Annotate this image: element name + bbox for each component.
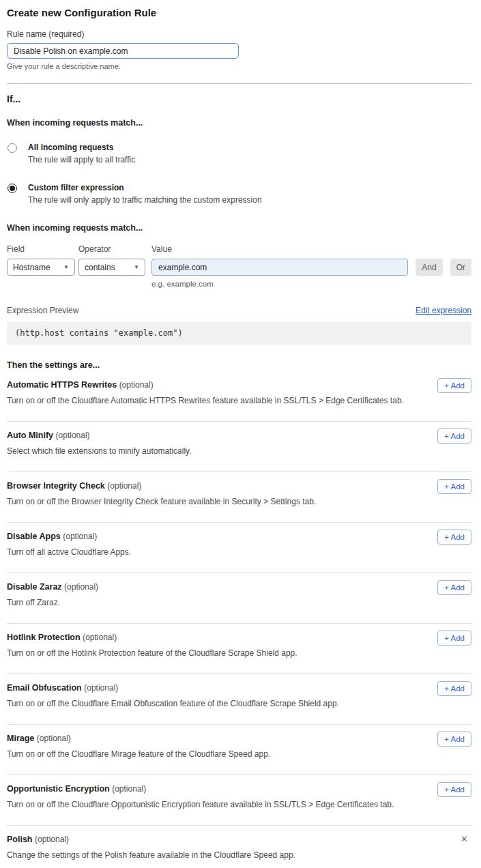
value-label: Value — [151, 244, 471, 254]
setting-name: Mirage — [7, 734, 34, 743]
field-select-value: Hostname — [13, 263, 50, 272]
setting-description: Change the settings of the Polish featur… — [7, 850, 471, 860]
add-button[interactable]: + Add — [437, 631, 471, 646]
setting-optional-tag: (optional) — [119, 380, 154, 390]
setting-row-opportunistic-encryption: Opportunistic Encryption (optional) Turn… — [7, 775, 471, 826]
operator-select[interactable]: contains ▼ — [78, 259, 145, 276]
setting-name: Disable Zaraz — [7, 582, 62, 592]
add-button[interactable]: + Add — [437, 732, 471, 747]
radio-description: The rule will apply to all traffic — [28, 155, 135, 164]
page-title: Create new Configuration Rule — [7, 7, 471, 18]
setting-name: Automatic HTTPS Rewrites — [7, 380, 117, 390]
setting-optional-tag: (optional) — [84, 683, 118, 693]
setting-name: Hotlink Protection — [7, 633, 81, 642]
add-button[interactable]: + Add — [437, 782, 471, 797]
radio-description: The rule will only apply to traffic matc… — [28, 195, 262, 205]
setting-description: Select which file extensions to minify a… — [7, 446, 471, 456]
setting-row-automatic-https-rewrites: Automatic HTTPS Rewrites (optional) Turn… — [7, 371, 471, 422]
add-button[interactable]: + Add — [437, 681, 471, 696]
create-configuration-rule-form: Create new Configuration Rule Rule name … — [0, 0, 481, 868]
close-icon[interactable]: ✕ — [461, 835, 468, 843]
expression-builder-heading: When incoming requests match... — [7, 223, 471, 233]
add-button[interactable]: + Add — [437, 479, 471, 494]
setting-row-disable-zaraz: Disable Zaraz (optional) Turn off Zaraz.… — [7, 573, 471, 624]
add-button[interactable]: + Add — [437, 429, 471, 444]
match-type-radio-group: All incoming requests The rule will appl… — [7, 143, 471, 205]
setting-row-browser-integrity-check: Browser Integrity Check (optional) Turn … — [7, 472, 471, 523]
setting-description: Turn on or off the Cloudflare Opportunis… — [7, 800, 471, 809]
radio-label: All incoming requests — [28, 143, 135, 152]
then-settings-heading: Then the settings are... — [7, 360, 471, 370]
edit-expression-link[interactable]: Edit expression — [416, 306, 471, 315]
setting-optional-tag: (optional) — [107, 481, 141, 491]
field-label: Field — [7, 244, 78, 254]
settings-list: Automatic HTTPS Rewrites (optional) Turn… — [7, 371, 471, 868]
setting-name: Polish — [7, 835, 33, 844]
operator-label: Operator — [78, 244, 151, 254]
setting-row-email-obfuscation: Email Obfuscation (optional) Turn on or … — [7, 674, 471, 725]
setting-description: Turn on or off the Hotlink Protection fe… — [7, 648, 471, 658]
setting-description: Turn on or off the Cloudflare Email Obfu… — [7, 699, 471, 708]
setting-name: Auto Minify — [7, 431, 53, 440]
setting-row-hotlink-protection: Hotlink Protection (optional) Turn on or… — [7, 624, 471, 674]
setting-optional-tag: (optional) — [35, 835, 69, 844]
setting-description: Turn off Zaraz. — [7, 598, 471, 607]
setting-description: Turn on or off the Cloudflare Automatic … — [7, 396, 471, 405]
radio-option-all-requests[interactable]: All incoming requests The rule will appl… — [7, 143, 471, 164]
setting-description: Turn on or off the Cloudflare Mirage fea… — [7, 749, 471, 759]
setting-optional-tag: (optional) — [56, 431, 90, 440]
value-helper: e.g. example.com — [151, 280, 471, 288]
radio-button-unselected[interactable] — [8, 143, 17, 153]
setting-description: Turn on or off the Browser Integrity Che… — [7, 497, 471, 506]
expression-preview-code: (http.host contains "example.com") — [7, 321, 471, 345]
expression-builder: Field Operator Value Hostname ▼ contains… — [7, 244, 471, 288]
section-divider — [7, 83, 471, 84]
value-input[interactable] — [151, 259, 408, 276]
setting-row-disable-apps: Disable Apps (optional) Turn off all act… — [7, 523, 471, 573]
field-select[interactable]: Hostname ▼ — [7, 259, 75, 276]
radio-label: Custom filter expression — [28, 183, 262, 192]
setting-name: Opportunistic Encryption — [7, 784, 110, 794]
setting-name: Email Obfuscation — [7, 683, 82, 693]
rule-name-label: Rule name (required) — [7, 29, 471, 39]
setting-optional-tag: (optional) — [37, 734, 71, 743]
setting-optional-tag: (optional) — [83, 633, 117, 642]
chevron-down-icon: ▼ — [134, 265, 139, 270]
setting-optional-tag: (optional) — [112, 784, 146, 794]
if-heading: If... — [7, 93, 471, 104]
rule-name-section: Rule name (required) Give your rule a de… — [7, 29, 471, 70]
radio-option-custom-expression[interactable]: Custom filter expression The rule will o… — [7, 183, 471, 205]
match-type-heading: When incoming requests match... — [7, 118, 471, 128]
setting-description: Turn off all active Cloudflare Apps. — [7, 547, 471, 557]
setting-name: Disable Apps — [7, 532, 61, 541]
setting-row-auto-minify: Auto Minify (optional) Select which file… — [7, 422, 471, 472]
radio-button-selected[interactable] — [8, 184, 17, 193]
add-button[interactable]: + Add — [437, 530, 471, 545]
expression-preview-label: Expression Preview — [7, 306, 78, 315]
setting-row-mirage: Mirage (optional) Turn on or off the Clo… — [7, 725, 471, 775]
rule-name-helper: Give your rule a descriptive name. — [7, 62, 471, 70]
rule-name-input[interactable] — [7, 43, 239, 59]
or-button[interactable]: Or — [450, 259, 471, 276]
and-button[interactable]: And — [416, 259, 442, 276]
operator-select-value: contains — [85, 263, 115, 272]
chevron-down-icon: ▼ — [63, 265, 69, 270]
add-button[interactable]: + Add — [437, 378, 471, 393]
setting-optional-tag: (optional) — [64, 582, 98, 592]
setting-row-polish-expanded: Polish (optional) ✕ Change the settings … — [7, 826, 471, 868]
add-button[interactable]: + Add — [437, 580, 471, 595]
setting-name: Browser Integrity Check — [7, 481, 105, 491]
setting-optional-tag: (optional) — [63, 532, 97, 541]
